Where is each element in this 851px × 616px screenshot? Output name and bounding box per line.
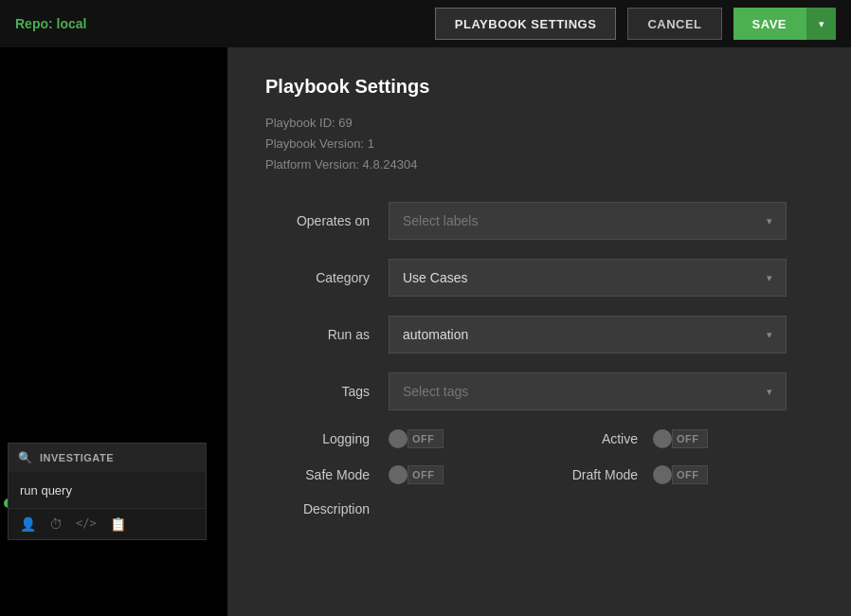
logging-toggle[interactable]: OFF xyxy=(389,429,444,448)
tags-chevron-icon: ▾ xyxy=(767,386,772,398)
settings-title: Playbook Settings xyxy=(265,76,813,98)
main-area: 🔍 INVESTIGATE run query 👤 ⏱ </> 📋 Playbo… xyxy=(0,47,851,616)
safe-mode-label: Safe Mode xyxy=(265,467,389,482)
active-group: Active OFF xyxy=(539,429,813,448)
operates-on-chevron-icon: ▾ xyxy=(767,215,772,227)
operates-on-placeholder: Select labels xyxy=(403,213,478,228)
save-dropdown-button[interactable]: ▾ xyxy=(806,8,836,40)
investigate-title: INVESTIGATE xyxy=(40,452,114,463)
active-circle xyxy=(653,429,672,448)
description-row: Description xyxy=(265,501,813,516)
doc-icon[interactable]: 📋 xyxy=(110,516,126,532)
description-label: Description xyxy=(265,501,389,516)
category-label: Category xyxy=(265,270,389,285)
tags-row: Tags Select tags ▾ xyxy=(265,372,813,410)
run-as-chevron-icon: ▾ xyxy=(767,329,772,341)
run-as-label: Run as xyxy=(265,327,389,342)
operates-on-row: Operates on Select labels ▾ xyxy=(265,202,813,240)
run-as-row: Run as automation ▾ xyxy=(265,316,813,353)
safe-mode-circle xyxy=(389,465,407,484)
category-select[interactable]: Use Cases ▾ xyxy=(389,259,787,297)
category-row: Category Use Cases ▾ xyxy=(265,259,813,297)
topbar: Repo: local PLAYBOOK SETTINGS CANCEL SAV… xyxy=(0,0,851,47)
cancel-button[interactable]: CANCEL xyxy=(627,8,721,40)
settings-panel: Playbook Settings Playbook ID: 69 Playbo… xyxy=(227,47,851,616)
playbook-id: Playbook ID: 69 xyxy=(265,113,813,134)
platform-version: Platform Version: 4.8.24304 xyxy=(265,154,813,175)
operates-on-label: Operates on xyxy=(265,213,389,228)
investigate-panel: 🔍 INVESTIGATE run query 👤 ⏱ </> 📋 xyxy=(8,443,207,540)
draft-mode-toggle[interactable]: OFF xyxy=(653,465,708,484)
investigate-icons: 👤 ⏱ </> 📋 xyxy=(9,508,206,539)
run-as-select[interactable]: automation ▾ xyxy=(389,316,787,353)
category-value: Use Cases xyxy=(403,270,467,285)
logging-group: Logging OFF xyxy=(265,429,539,448)
investigate-item[interactable]: run query xyxy=(9,472,206,508)
repo-label: Repo: local xyxy=(15,16,86,31)
category-chevron-icon: ▾ xyxy=(767,272,772,284)
investigate-item-label: run query xyxy=(20,483,72,498)
logging-active-row: Logging OFF Active OFF xyxy=(265,429,813,448)
tags-label: Tags xyxy=(265,384,389,399)
operates-on-select[interactable]: Select labels ▾ xyxy=(389,202,787,240)
safe-mode-toggle[interactable]: OFF xyxy=(389,465,444,484)
active-value: OFF xyxy=(672,429,708,448)
safe-mode-group: Safe Mode OFF xyxy=(265,465,539,484)
active-label: Active xyxy=(539,431,653,446)
save-button[interactable]: SAVE xyxy=(733,8,806,40)
left-panel: 🔍 INVESTIGATE run query 👤 ⏱ </> 📋 xyxy=(0,47,227,616)
logging-circle xyxy=(389,429,407,448)
search-icon: 🔍 xyxy=(18,451,32,464)
investigate-header: 🔍 INVESTIGATE xyxy=(9,444,206,472)
active-toggle[interactable]: OFF xyxy=(653,429,708,448)
logging-label: Logging xyxy=(265,431,389,446)
clock-icon[interactable]: ⏱ xyxy=(49,516,63,532)
playbook-version: Playbook Version: 1 xyxy=(265,134,813,154)
tags-select[interactable]: Select tags ▾ xyxy=(389,372,787,410)
logging-value: OFF xyxy=(407,429,444,448)
save-group: SAVE ▾ xyxy=(733,8,836,40)
safe-draft-row: Safe Mode OFF Draft Mode OFF xyxy=(265,465,813,484)
draft-mode-group: Draft Mode OFF xyxy=(539,465,813,484)
safe-mode-value: OFF xyxy=(407,465,444,484)
draft-mode-value: OFF xyxy=(672,465,708,484)
chevron-down-icon: ▾ xyxy=(819,18,824,30)
code-icon[interactable]: </> xyxy=(76,516,97,532)
run-as-value: automation xyxy=(403,327,468,342)
person-icon[interactable]: 👤 xyxy=(20,516,36,532)
playbook-settings-button[interactable]: PLAYBOOK SETTINGS xyxy=(435,8,617,40)
settings-meta: Playbook ID: 69 Playbook Version: 1 Plat… xyxy=(265,113,813,175)
tags-placeholder: Select tags xyxy=(403,384,468,399)
draft-mode-label: Draft Mode xyxy=(539,467,653,482)
draft-mode-circle xyxy=(653,465,672,484)
